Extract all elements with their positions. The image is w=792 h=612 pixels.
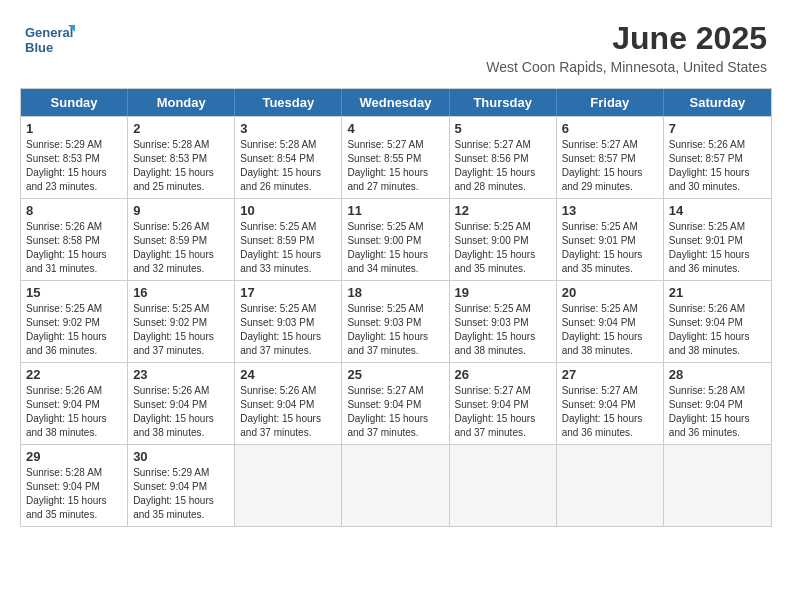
table-row: 14Sunrise: 5:25 AMSunset: 9:01 PMDayligh… (664, 199, 771, 280)
logo-svg: General Blue (25, 20, 75, 60)
svg-text:General: General (25, 25, 73, 40)
day-number: 25 (347, 367, 443, 382)
day-details: Sunrise: 5:25 AMSunset: 9:01 PMDaylight:… (562, 220, 658, 276)
day-details: Sunrise: 5:25 AMSunset: 9:03 PMDaylight:… (347, 302, 443, 358)
day-details: Sunrise: 5:25 AMSunset: 9:04 PMDaylight:… (562, 302, 658, 358)
day-details: Sunrise: 5:26 AMSunset: 9:04 PMDaylight:… (133, 384, 229, 440)
table-row: 3Sunrise: 5:28 AMSunset: 8:54 PMDaylight… (235, 117, 342, 198)
day-number: 1 (26, 121, 122, 136)
calendar: SundayMondayTuesdayWednesdayThursdayFrid… (20, 88, 772, 527)
table-row (450, 445, 557, 526)
table-row: 16Sunrise: 5:25 AMSunset: 9:02 PMDayligh… (128, 281, 235, 362)
calendar-week-1: 1Sunrise: 5:29 AMSunset: 8:53 PMDaylight… (21, 116, 771, 198)
table-row: 7Sunrise: 5:26 AMSunset: 8:57 PMDaylight… (664, 117, 771, 198)
day-number: 29 (26, 449, 122, 464)
day-header-thursday: Thursday (450, 89, 557, 116)
day-details: Sunrise: 5:28 AMSunset: 8:53 PMDaylight:… (133, 138, 229, 194)
day-details: Sunrise: 5:25 AMSunset: 9:02 PMDaylight:… (133, 302, 229, 358)
table-row: 1Sunrise: 5:29 AMSunset: 8:53 PMDaylight… (21, 117, 128, 198)
day-number: 13 (562, 203, 658, 218)
day-details: Sunrise: 5:25 AMSunset: 9:02 PMDaylight:… (26, 302, 122, 358)
day-number: 7 (669, 121, 766, 136)
day-header-sunday: Sunday (21, 89, 128, 116)
day-number: 6 (562, 121, 658, 136)
table-row (557, 445, 664, 526)
day-details: Sunrise: 5:29 AMSunset: 9:04 PMDaylight:… (133, 466, 229, 522)
day-number: 11 (347, 203, 443, 218)
day-number: 12 (455, 203, 551, 218)
day-details: Sunrise: 5:27 AMSunset: 9:04 PMDaylight:… (562, 384, 658, 440)
day-number: 14 (669, 203, 766, 218)
day-details: Sunrise: 5:29 AMSunset: 8:53 PMDaylight:… (26, 138, 122, 194)
day-number: 5 (455, 121, 551, 136)
day-header-wednesday: Wednesday (342, 89, 449, 116)
day-details: Sunrise: 5:25 AMSunset: 9:01 PMDaylight:… (669, 220, 766, 276)
day-details: Sunrise: 5:27 AMSunset: 9:04 PMDaylight:… (455, 384, 551, 440)
day-number: 8 (26, 203, 122, 218)
table-row: 4Sunrise: 5:27 AMSunset: 8:55 PMDaylight… (342, 117, 449, 198)
table-row: 28Sunrise: 5:28 AMSunset: 9:04 PMDayligh… (664, 363, 771, 444)
day-number: 15 (26, 285, 122, 300)
table-row: 21Sunrise: 5:26 AMSunset: 9:04 PMDayligh… (664, 281, 771, 362)
day-number: 19 (455, 285, 551, 300)
day-details: Sunrise: 5:26 AMSunset: 8:57 PMDaylight:… (669, 138, 766, 194)
day-number: 9 (133, 203, 229, 218)
day-header-saturday: Saturday (664, 89, 771, 116)
day-number: 30 (133, 449, 229, 464)
day-details: Sunrise: 5:25 AMSunset: 9:03 PMDaylight:… (240, 302, 336, 358)
table-row: 17Sunrise: 5:25 AMSunset: 9:03 PMDayligh… (235, 281, 342, 362)
table-row (664, 445, 771, 526)
logo: General Blue (25, 20, 75, 60)
day-details: Sunrise: 5:25 AMSunset: 9:03 PMDaylight:… (455, 302, 551, 358)
day-details: Sunrise: 5:26 AMSunset: 9:04 PMDaylight:… (26, 384, 122, 440)
day-number: 27 (562, 367, 658, 382)
calendar-week-2: 8Sunrise: 5:26 AMSunset: 8:58 PMDaylight… (21, 198, 771, 280)
day-details: Sunrise: 5:27 AMSunset: 9:04 PMDaylight:… (347, 384, 443, 440)
day-details: Sunrise: 5:26 AMSunset: 9:04 PMDaylight:… (669, 302, 766, 358)
day-header-friday: Friday (557, 89, 664, 116)
title-area: June 2025 West Coon Rapids, Minnesota, U… (486, 20, 767, 75)
calendar-header: SundayMondayTuesdayWednesdayThursdayFrid… (21, 89, 771, 116)
day-number: 4 (347, 121, 443, 136)
table-row (235, 445, 342, 526)
table-row: 27Sunrise: 5:27 AMSunset: 9:04 PMDayligh… (557, 363, 664, 444)
day-number: 22 (26, 367, 122, 382)
table-row: 9Sunrise: 5:26 AMSunset: 8:59 PMDaylight… (128, 199, 235, 280)
day-number: 16 (133, 285, 229, 300)
day-details: Sunrise: 5:26 AMSunset: 8:58 PMDaylight:… (26, 220, 122, 276)
table-row (342, 445, 449, 526)
day-number: 21 (669, 285, 766, 300)
table-row: 22Sunrise: 5:26 AMSunset: 9:04 PMDayligh… (21, 363, 128, 444)
location-title: West Coon Rapids, Minnesota, United Stat… (486, 59, 767, 75)
table-row: 23Sunrise: 5:26 AMSunset: 9:04 PMDayligh… (128, 363, 235, 444)
day-number: 10 (240, 203, 336, 218)
calendar-week-4: 22Sunrise: 5:26 AMSunset: 9:04 PMDayligh… (21, 362, 771, 444)
day-number: 23 (133, 367, 229, 382)
table-row: 19Sunrise: 5:25 AMSunset: 9:03 PMDayligh… (450, 281, 557, 362)
svg-text:Blue: Blue (25, 40, 53, 55)
table-row: 24Sunrise: 5:26 AMSunset: 9:04 PMDayligh… (235, 363, 342, 444)
day-details: Sunrise: 5:26 AMSunset: 9:04 PMDaylight:… (240, 384, 336, 440)
page-header: General Blue June 2025 West Coon Rapids,… (10, 10, 782, 80)
calendar-body: 1Sunrise: 5:29 AMSunset: 8:53 PMDaylight… (21, 116, 771, 526)
day-details: Sunrise: 5:27 AMSunset: 8:55 PMDaylight:… (347, 138, 443, 194)
table-row: 11Sunrise: 5:25 AMSunset: 9:00 PMDayligh… (342, 199, 449, 280)
day-details: Sunrise: 5:26 AMSunset: 8:59 PMDaylight:… (133, 220, 229, 276)
table-row: 25Sunrise: 5:27 AMSunset: 9:04 PMDayligh… (342, 363, 449, 444)
day-number: 2 (133, 121, 229, 136)
calendar-week-5: 29Sunrise: 5:28 AMSunset: 9:04 PMDayligh… (21, 444, 771, 526)
day-details: Sunrise: 5:28 AMSunset: 8:54 PMDaylight:… (240, 138, 336, 194)
table-row: 29Sunrise: 5:28 AMSunset: 9:04 PMDayligh… (21, 445, 128, 526)
day-number: 20 (562, 285, 658, 300)
table-row: 2Sunrise: 5:28 AMSunset: 8:53 PMDaylight… (128, 117, 235, 198)
table-row: 12Sunrise: 5:25 AMSunset: 9:00 PMDayligh… (450, 199, 557, 280)
table-row: 8Sunrise: 5:26 AMSunset: 8:58 PMDaylight… (21, 199, 128, 280)
day-number: 24 (240, 367, 336, 382)
day-number: 26 (455, 367, 551, 382)
table-row: 5Sunrise: 5:27 AMSunset: 8:56 PMDaylight… (450, 117, 557, 198)
day-number: 3 (240, 121, 336, 136)
day-details: Sunrise: 5:27 AMSunset: 8:57 PMDaylight:… (562, 138, 658, 194)
day-number: 28 (669, 367, 766, 382)
table-row: 6Sunrise: 5:27 AMSunset: 8:57 PMDaylight… (557, 117, 664, 198)
month-title: June 2025 (486, 20, 767, 57)
